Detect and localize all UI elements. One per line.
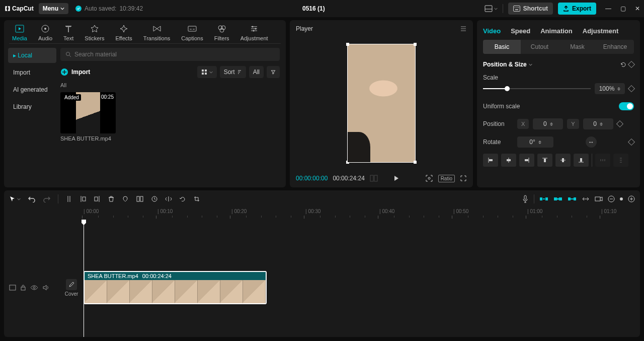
track-lock-icon[interactable] (20, 284, 26, 291)
view-toggle[interactable] (197, 66, 217, 78)
playhead[interactable] (84, 220, 84, 337)
zoom-in-button[interactable] (628, 195, 635, 202)
tab-captions[interactable]: Captions (178, 24, 206, 41)
freeze-tool[interactable] (136, 195, 144, 202)
track-collapse-icon[interactable] (9, 285, 16, 291)
tab-audio[interactable]: Audio (35, 24, 55, 41)
search-input[interactable] (60, 48, 280, 61)
svg-line-19 (69, 55, 71, 57)
tab-transitions[interactable]: Transitions (140, 24, 173, 41)
sidebar-item-ai[interactable]: AI generated (8, 82, 56, 97)
zoom-slider[interactable] (620, 197, 623, 200)
close-button[interactable]: ✕ (635, 5, 640, 12)
tab-adjustment[interactable]: Adjustment (237, 24, 271, 41)
menu-button[interactable]: Menu (39, 3, 68, 14)
player-stage[interactable] (290, 37, 473, 169)
record-button[interactable] (522, 195, 529, 203)
split-left-tool[interactable] (79, 195, 87, 203)
sort-button[interactable]: Sort (220, 66, 246, 78)
import-button[interactable]: Import (60, 68, 90, 76)
scale-slider[interactable] (483, 88, 591, 89)
magnet-snap-button[interactable] (553, 195, 562, 202)
video-canvas[interactable] (347, 44, 416, 163)
player-menu-icon[interactable] (460, 26, 467, 32)
scan-icon[interactable] (425, 174, 433, 182)
subtab-enhance[interactable]: Enhance (596, 40, 634, 54)
position-x-input[interactable]: 0 (533, 118, 563, 129)
position-keyframe[interactable] (616, 120, 623, 127)
align-center-h[interactable] (501, 154, 516, 167)
play-button[interactable] (392, 175, 399, 182)
magnet-main-button[interactable] (539, 195, 548, 202)
tab-effects[interactable]: Effects (112, 24, 135, 41)
position-y-input[interactable]: 0 (583, 118, 613, 129)
split-tool[interactable] (65, 195, 72, 203)
minimize-button[interactable]: — (605, 5, 611, 12)
section-position-size: Position & Size (483, 61, 634, 68)
sidebar-item-import[interactable]: Import (8, 65, 56, 80)
track-mute-icon[interactable] (42, 284, 49, 291)
layout-button[interactable] (485, 5, 498, 12)
sidebar-item-local[interactable]: ▸ Local (8, 48, 56, 63)
reverse-tool[interactable] (151, 195, 158, 202)
crop-tool[interactable] (193, 195, 200, 202)
filter-all-button[interactable]: All (249, 66, 264, 78)
timeline-clip[interactable]: SHEA BUTTER.mp4 00:00:24:24 (84, 271, 267, 304)
fullscreen-icon[interactable] (460, 175, 467, 182)
flip-horizontal-button[interactable]: ↔ (586, 137, 597, 148)
shortcut-button[interactable]: Shortcut (508, 3, 553, 15)
preview-axis-button[interactable] (582, 195, 590, 202)
align-left[interactable] (483, 154, 498, 167)
tab-animation[interactable]: Animation (540, 27, 573, 35)
preview-render-button[interactable] (595, 195, 603, 202)
svg-rect-40 (600, 159, 601, 161)
timeline-ruler[interactable]: | 00:00| 00:10| 00:20| 00:30| 00:40| 00:… (84, 208, 640, 220)
subtab-mask[interactable]: Mask (558, 40, 596, 54)
ratio-button[interactable]: Ratio (438, 175, 455, 182)
align-right[interactable] (519, 154, 534, 167)
align-top[interactable] (537, 154, 552, 167)
rotate-input[interactable]: 0° (517, 137, 553, 148)
scale-keyframe[interactable] (628, 85, 635, 92)
scale-value[interactable]: 100% (595, 83, 625, 94)
media-clip[interactable]: Added 00:25 SHEA BUTTER.mp4 (60, 92, 116, 142)
tab-filters[interactable]: Filters (211, 24, 232, 41)
cover-button[interactable]: Cover (63, 279, 79, 297)
tab-video[interactable]: Video (483, 27, 501, 35)
tab-media[interactable]: Media (9, 24, 30, 41)
timeline-tracks[interactable]: Cover SHEA BUTTER.mp4 00:00:24:24 (4, 220, 640, 337)
rotate-tool[interactable] (179, 195, 186, 202)
svg-rect-49 (83, 197, 86, 201)
timecode-current: 00:00:00:00 (296, 175, 328, 182)
uniform-scale-label: Uniform scale (483, 103, 615, 110)
subtab-cutout[interactable]: Cutout (521, 40, 558, 54)
keyframe-icon[interactable] (628, 61, 635, 68)
align-bottom[interactable] (574, 154, 589, 167)
project-title[interactable]: 0516 (1) (148, 5, 479, 12)
export-button[interactable]: Export (558, 3, 596, 15)
align-center-v[interactable] (555, 154, 571, 167)
uniform-scale-toggle[interactable] (619, 102, 634, 110)
track-visible-icon[interactable] (30, 285, 38, 291)
filter-button[interactable] (267, 66, 280, 78)
subtab-basic[interactable]: Basic (483, 40, 521, 54)
sidebar-item-library[interactable]: Library (8, 99, 56, 114)
chevron-down-icon[interactable] (529, 63, 532, 66)
tab-speed[interactable]: Speed (511, 27, 530, 35)
rotate-keyframe[interactable] (628, 139, 635, 146)
magnet-link-button[interactable] (568, 195, 577, 202)
tab-adjustment-insp[interactable]: Adjustment (583, 27, 619, 35)
tab-text[interactable]: Text (60, 24, 76, 41)
delete-tool[interactable] (108, 195, 115, 202)
marker-tool[interactable] (122, 195, 129, 202)
select-tool[interactable] (9, 195, 21, 202)
zoom-out-button[interactable] (608, 195, 615, 202)
undo-button[interactable] (28, 195, 36, 202)
maximize-button[interactable]: ▢ (620, 5, 626, 12)
mirror-tool[interactable] (165, 195, 172, 202)
reset-icon[interactable] (620, 61, 627, 68)
position-x-label: X (517, 119, 529, 129)
split-right-tool[interactable] (94, 195, 101, 203)
compare-icon[interactable] (370, 175, 378, 182)
tab-stickers[interactable]: Stickers (82, 24, 107, 41)
